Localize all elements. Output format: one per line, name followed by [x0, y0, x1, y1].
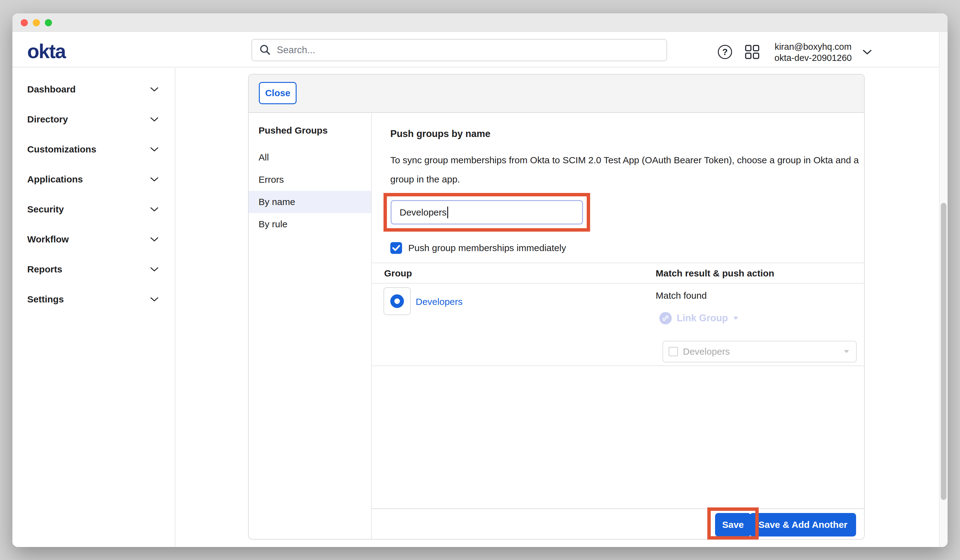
link-icon: [659, 312, 672, 324]
apps-grid-icon[interactable]: [745, 45, 759, 59]
save-add-another-button[interactable]: Save & Add Another: [750, 513, 856, 536]
main-content: Close Pushed Groups All Errors By name B…: [176, 68, 939, 547]
pushed-groups-nav: Pushed Groups All Errors By name By rule: [249, 114, 372, 539]
chevron-down-icon: [150, 207, 158, 212]
group-name-input[interactable]: Developers: [390, 200, 583, 224]
save-highlight-annotation: [707, 507, 758, 539]
search-input[interactable]: [277, 45, 667, 56]
panel-toolbar: Close: [249, 75, 864, 113]
column-header-group: Group: [384, 268, 412, 278]
sidebar-item-customizations[interactable]: Customizations: [12, 134, 175, 164]
nav-item-by-name[interactable]: By name: [249, 191, 371, 213]
group-icon: [390, 294, 404, 308]
chevron-down-icon: [150, 297, 158, 302]
org-name: okta-dev-20901260: [769, 52, 857, 63]
group-name-value: Developers: [400, 207, 446, 218]
maximize-window-button[interactable]: [45, 19, 52, 26]
link-group-button[interactable]: Link Group: [659, 312, 739, 324]
account-menu[interactable]: kiran@boxyhq.com okta-dev-20901260: [769, 41, 857, 63]
chevron-down-icon: [150, 117, 158, 122]
sidebar-item-workflow[interactable]: Workflow: [12, 224, 175, 254]
chevron-down-icon: [150, 87, 158, 92]
nav-item-by-rule[interactable]: By rule: [249, 213, 371, 235]
group-placeholder-icon: [669, 347, 678, 356]
search-icon: [259, 44, 271, 56]
sidebar-item-applications[interactable]: Applications: [12, 164, 175, 194]
nav-item-all[interactable]: All: [249, 146, 371, 168]
chevron-down-icon[interactable]: [862, 49, 872, 55]
link-group-label: Link Group: [677, 313, 728, 324]
okta-logo: okta: [27, 40, 66, 63]
target-group-value: Developers: [683, 346, 844, 357]
close-button[interactable]: Close: [259, 82, 297, 104]
input-highlight-annotation: Developers: [384, 193, 590, 232]
sidebar-item-dashboard[interactable]: Dashboard: [12, 74, 175, 104]
panel-heading: Push groups by name: [390, 128, 491, 139]
section-divider: [372, 262, 864, 263]
pushed-groups-title: Pushed Groups: [259, 125, 328, 136]
text-cursor: [447, 206, 448, 218]
push-immediately-checkbox[interactable]: [390, 242, 402, 254]
scrollbar-thumb[interactable]: [941, 203, 946, 500]
by-name-panel: Push groups by name To sync group member…: [372, 114, 864, 539]
table-row-divider: [372, 365, 864, 366]
sidebar-item-settings[interactable]: Settings: [12, 284, 175, 314]
top-header: okta ? kiran@boxyhq.com okta-dev-2090126…: [12, 32, 948, 67]
push-groups-panel: Close Pushed Groups All Errors By name B…: [248, 74, 865, 539]
caret-down-icon: [733, 316, 739, 320]
group-avatar: [384, 287, 411, 315]
column-header-match: Match result & push action: [656, 268, 774, 278]
group-name-link[interactable]: Developers: [416, 296, 463, 307]
sidebar-item-security[interactable]: Security: [12, 194, 175, 224]
nav-item-errors[interactable]: Errors: [249, 168, 371, 191]
help-icon[interactable]: ?: [718, 45, 732, 59]
panel-footer: Save Save & Add Another: [372, 508, 864, 539]
browser-window: okta ? kiran@boxyhq.com okta-dev-2090126…: [12, 13, 948, 547]
checkmark-icon: [392, 245, 400, 251]
sidebar-item-reports[interactable]: Reports: [12, 254, 175, 284]
target-group-select[interactable]: Developers: [662, 341, 857, 362]
sidebar-nav: Dashboard Directory Customizations Appli…: [12, 68, 175, 547]
push-immediately-label: Push group memberships immediately: [408, 243, 566, 253]
chevron-down-icon: [150, 177, 158, 182]
minimize-window-button[interactable]: [33, 19, 40, 26]
user-email: kiran@boxyhq.com: [769, 41, 857, 52]
window-titlebar: [12, 13, 948, 32]
panel-description: To sync group memberships from Okta to S…: [390, 150, 861, 189]
chevron-down-icon: [150, 237, 158, 242]
close-window-button[interactable]: [21, 19, 28, 26]
match-status: Match found: [656, 290, 707, 301]
global-search[interactable]: [251, 39, 667, 61]
scrollbar-track[interactable]: [939, 32, 948, 547]
sidebar-item-directory[interactable]: Directory: [12, 104, 175, 134]
chevron-down-icon: [150, 267, 158, 272]
chevron-down-icon: [150, 147, 158, 152]
table-header-divider: [372, 283, 864, 283]
caret-down-icon: [844, 350, 849, 354]
